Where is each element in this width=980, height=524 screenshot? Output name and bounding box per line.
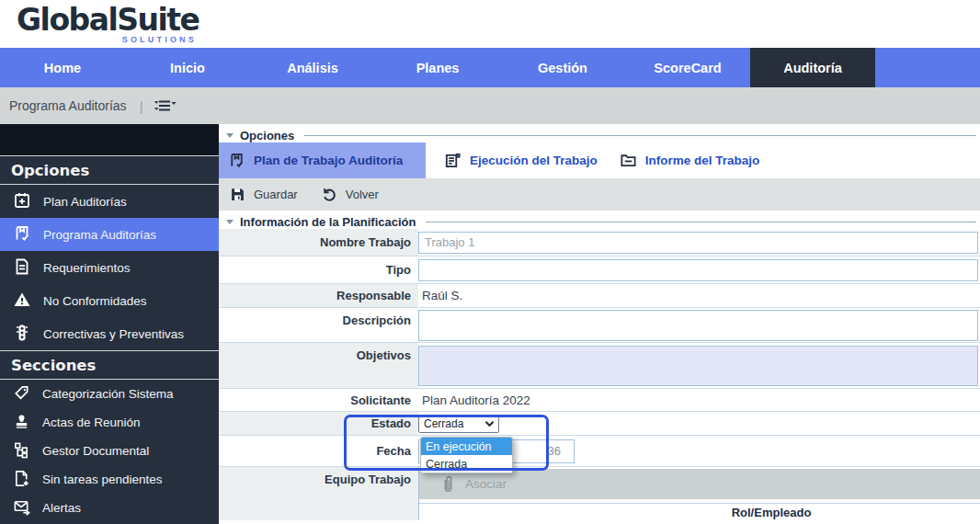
save-icon [230, 187, 245, 202]
tab-label: Informe del Trabajo [645, 154, 760, 167]
form-row-equipo-trabajo: Equipo Trabajo Asociar Rol/Empleado [219, 467, 980, 520]
form-row-solicitante: Solicitante Plan Auditoría 2022 [219, 389, 980, 412]
app-window: GlobalSuite SOLUTIONS Home Inicio Anális… [0, 0, 980, 524]
collapse-caret-icon [226, 220, 234, 224]
logo-subtitle: SOLUTIONS [17, 35, 197, 44]
sitemap-icon [13, 441, 30, 461]
sidebar-item-sin-tareas-pendientes[interactable]: Sin tareas pendientes [0, 465, 219, 494]
tab-label: Plan de Trabajo Auditoría [254, 154, 403, 167]
nombre-trabajo-field[interactable] [418, 232, 978, 254]
tag-icon [13, 384, 30, 404]
tab-ejecucion-del-trabajo[interactable]: Ejecución del Trabajo [433, 142, 609, 178]
nav-item-planes[interactable]: Planes [375, 48, 500, 87]
save-button[interactable]: Guardar [230, 187, 298, 202]
stamp-icon [13, 413, 30, 433]
calendar-plus-icon [13, 191, 31, 212]
responsable-value: Raúl S. [418, 289, 462, 302]
back-button[interactable]: Volver [322, 187, 379, 202]
undo-arrow-icon [322, 187, 337, 202]
equipo-table-header-row: Rol/Empleado [419, 503, 980, 520]
sidebar-section-opciones: Opciones [0, 155, 219, 185]
nav-item-home[interactable]: Home [0, 48, 125, 87]
back-label: Volver [346, 188, 379, 201]
book-check-icon [228, 152, 245, 169]
form-report-icon [444, 152, 462, 169]
sidebar-item-label: Correctivas y Preventivas [43, 327, 184, 341]
objetivos-label: Objetivos [219, 343, 418, 388]
sidebar-item-gestor-documental[interactable]: Gestor Documental [0, 437, 219, 465]
form-row-descripcion: Descripción [219, 308, 980, 343]
sidebar-item-alertas[interactable]: Alertas [0, 494, 219, 522]
section-rule [304, 135, 976, 136]
top-nav: Home Inicio Análisis Planes Gestión Scor… [0, 48, 980, 87]
sidebar-item-correctivas-preventivas[interactable]: Correctivas y Preventivas [0, 317, 219, 350]
app-header: GlobalSuite SOLUTIONS [0, 0, 980, 48]
estado-selected-value: Cerrada [424, 417, 463, 430]
document-icon [13, 257, 31, 279]
form-row-nombre-trabajo: Nombre Trabajo [219, 229, 980, 256]
globalsuite-logo: GlobalSuite SOLUTIONS [17, 5, 197, 44]
breadcrumb: Programa Auditorías [9, 98, 127, 113]
form-row-objetivos: Objetivos [219, 343, 980, 389]
chevron-down-icon [484, 420, 495, 427]
nav-item-scorecard[interactable]: ScoreCard [625, 48, 750, 87]
sidebar-item-actas-de-reunion[interactable]: Actas de Reunión [0, 408, 219, 437]
sidebar-item-label: No Conformidades [43, 294, 147, 308]
sidebar-item-requerimientos[interactable]: Requerimientos [0, 251, 219, 284]
work-tabs: Plan de Trabajo Auditoría Ejecución del … [219, 142, 980, 178]
tipo-field[interactable] [418, 259, 978, 281]
tab-informe-del-trabajo[interactable]: Informe del Trabajo [609, 142, 771, 178]
form-row-responsable: Responsable Raúl S. [219, 284, 980, 308]
breadcrumb-separator: | [140, 98, 143, 114]
book-check-icon [13, 224, 31, 245]
nav-item-analisis[interactable]: Análisis [250, 48, 375, 87]
sidebar-item-no-conformidades[interactable]: No Conformidades [0, 284, 219, 317]
warning-triangle-icon [13, 290, 31, 312]
sidebar-item-label: Requerimientos [43, 261, 131, 275]
form-row-estado: Estado Cerrada [219, 412, 980, 436]
nombre-trabajo-label: Nombre Trabajo [219, 229, 418, 256]
nav-item-auditoria[interactable]: Auditoría [750, 48, 875, 87]
opciones-section-header[interactable]: Opciones [219, 124, 980, 142]
list-sort-icon[interactable] [153, 97, 177, 115]
folder-icon [620, 152, 637, 169]
sidebar-item-plan-auditorias[interactable]: Plan Auditorías [0, 185, 219, 218]
descripcion-label: Descripción [219, 308, 418, 342]
document-plus-icon [13, 470, 30, 490]
form-toolbar: Guardar Volver [219, 178, 980, 211]
solicitante-value: Plan Auditoría 2022 [418, 393, 530, 407]
collapse-caret-icon [226, 133, 234, 138]
save-label: Guardar [254, 188, 298, 201]
tab-plan-de-trabajo-auditoria[interactable]: Plan de Trabajo Auditoría [219, 142, 426, 178]
estado-label: Estado [219, 412, 418, 435]
sidebar-item-label: Sin tareas pendientes [42, 473, 163, 486]
tipo-label: Tipo [219, 256, 418, 283]
estado-option-cerrada[interactable]: Cerrada [421, 455, 512, 473]
info-planificacion-header[interactable]: Información de la Planificación [219, 211, 980, 229]
paperclip-icon [441, 475, 455, 494]
descripcion-field[interactable] [418, 310, 978, 341]
nav-item-gestion[interactable]: Gestión [500, 48, 625, 87]
planificacion-form: Nombre Trabajo Tipo Responsable Raúl S. … [219, 229, 980, 524]
objetivos-field[interactable] [418, 346, 978, 386]
sidebar-item-programa-auditorias[interactable]: Programa Auditorías [0, 218, 219, 251]
responsable-label: Responsable [219, 284, 418, 307]
sidebar-top-band [0, 124, 219, 155]
estado-dropdown-list: En ejecución Cerrada [420, 437, 513, 473]
nav-item-inicio[interactable]: Inicio [125, 48, 250, 87]
equipo-trabajo-label: Equipo Trabajo [219, 467, 418, 520]
sidebar-item-label: Alertas [42, 501, 81, 515]
mail-forward-icon [13, 498, 30, 518]
rol-empleado-column-header: Rol/Empleado [732, 506, 812, 519]
solicitante-label: Solicitante [219, 389, 418, 411]
sidebar-item-label: Actas de Reunión [42, 416, 141, 429]
main-content: Opciones Plan de Trabajo Auditoría [219, 124, 980, 524]
sidebar-item-label: Plan Auditorías [43, 195, 127, 209]
sidebar-section-secciones: Secciones [0, 350, 219, 380]
section-title: Información de la Planificación [240, 215, 416, 229]
sidebar-item-label: Categorización Sistema [42, 387, 174, 401]
sidebar-item-categorizacion-sistema[interactable]: Categorización Sistema [0, 380, 219, 408]
estado-option-en-ejecucion[interactable]: En ejecución [421, 438, 512, 455]
estado-select[interactable]: Cerrada [418, 415, 499, 433]
logo-wordmark: GlobalSuite [17, 5, 197, 36]
